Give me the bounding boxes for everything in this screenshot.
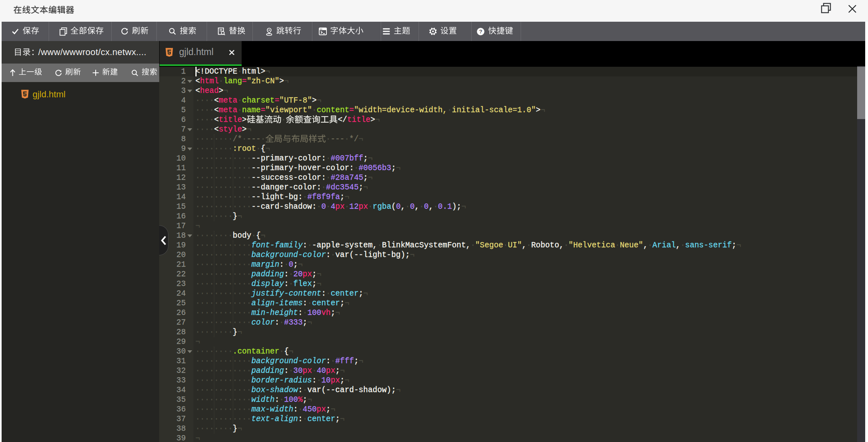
svg-text:?: ? (479, 29, 482, 35)
